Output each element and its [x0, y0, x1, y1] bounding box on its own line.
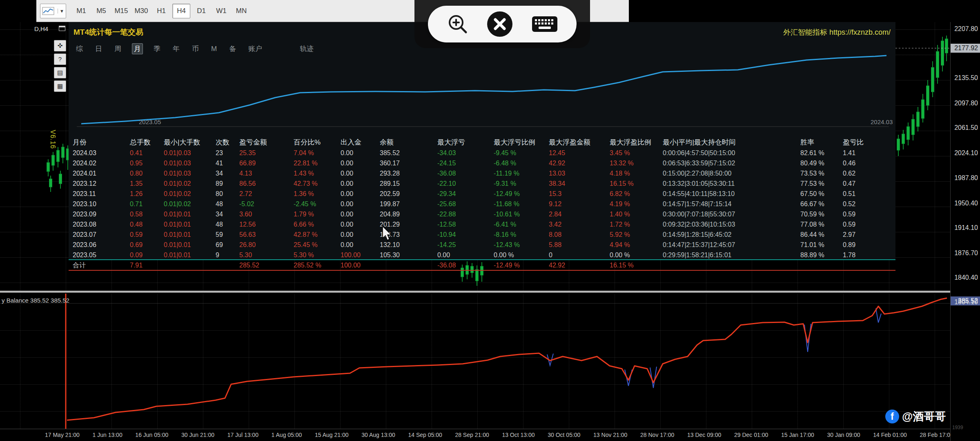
cell: 0.00 [341, 229, 380, 240]
total-cell: -36.08 [437, 261, 494, 270]
time-axis-labels: 17 May 21:001 Jun 13:0016 Jun 05:0030 Ju… [45, 432, 953, 438]
chart-list-button[interactable]: ▤ [54, 67, 66, 78]
timeframe-H1[interactable]: H1 [152, 4, 170, 18]
cell: 9 [216, 250, 239, 260]
time-label: 15 Aug 21:00 [315, 432, 349, 438]
time-label: 17 May 21:00 [45, 432, 80, 438]
cell: -6.41 % [494, 219, 549, 229]
time-label: 30 Jun 21:00 [181, 432, 214, 438]
total-cell: 285.52 % [294, 261, 341, 270]
timeframe-H4[interactable]: H4 [172, 4, 190, 18]
cell: 0.00 [341, 148, 380, 158]
price-label-2135.50: 2135.50 [954, 74, 978, 82]
time-axis[interactable]: 17 May 21:001 Jun 13:0016 Jun 05:0030 Ju… [0, 429, 950, 441]
cell: 4.94 % [610, 240, 663, 250]
window-restore-icon[interactable] [59, 26, 65, 31]
total-cell [663, 261, 800, 270]
cell: 0:06:53|6:33:59|57:15:02 [663, 158, 800, 168]
move-tool-button[interactable]: ✜ [54, 40, 66, 51]
cell: 26.80 [239, 240, 294, 250]
zoom-in-button[interactable] [447, 13, 469, 35]
cell: 0.46 [843, 158, 893, 168]
cell: 3.45 % [610, 148, 663, 158]
balance-subwindow[interactable]: y Balance 385.52 385.52 [0, 294, 950, 429]
cell: 202.59 [380, 189, 437, 199]
cell: 0.47 [843, 178, 893, 189]
cell: 100.00 [341, 250, 380, 260]
time-label: 28 Nov 17:00 [640, 432, 674, 438]
keyboard-button[interactable] [531, 15, 558, 33]
monthly-stats-table: 月份总手数最小|大手数次数盈亏金额百分比%出入金余额最大浮亏最大浮亏比例最大浮盈… [73, 137, 893, 260]
cell: 1.78 [843, 250, 893, 260]
cell: 204.89 [380, 209, 437, 219]
total-cell [380, 261, 437, 270]
timeframe-M15[interactable]: M15 [112, 4, 130, 18]
cell: 1.43 % [294, 168, 341, 178]
cell: -22.88 [437, 209, 494, 219]
cell: 0.00 % [494, 250, 549, 260]
timeframe-D1[interactable]: D1 [192, 4, 210, 18]
cell: 80.49 % [800, 158, 843, 168]
keyboard-icon [531, 15, 558, 33]
total-cell: 42.92 [549, 261, 610, 270]
cell: 0:14:59|1:28:15|6:45:02 [663, 229, 800, 240]
facebook-icon: f [885, 410, 899, 423]
time-label: 14 Feb 01:00 [873, 432, 907, 438]
help-button[interactable]: ? [54, 53, 66, 65]
cell: 59 [216, 229, 239, 240]
cell: 0 [549, 250, 610, 260]
time-label: 1 Aug 05:00 [272, 432, 302, 438]
stats-panel-title: MT4统计每一笔交易 [74, 27, 143, 38]
chart-type-icon [42, 7, 54, 15]
timeframe-MN[interactable]: MN [232, 4, 250, 18]
cell: -11.68 % [494, 199, 549, 209]
cell: 0.48 [130, 219, 164, 229]
cell: 0.62 [843, 168, 893, 178]
crossed-tools-icon [487, 11, 512, 37]
time-label: 30 Oct 05:00 [548, 432, 580, 438]
price-label-2024.10: 2024.10 [954, 149, 978, 157]
table-row-2024.01: 2024.010.800.01|0.03344.131.43 %0.00293.… [73, 168, 893, 178]
timeframe-M1[interactable]: M1 [72, 4, 90, 18]
cell: 4.19 % [610, 199, 663, 209]
price-axis[interactable]: 2177.92 385.52 2207.802135.502097.802061… [950, 22, 980, 441]
cell: 22.81 % [294, 158, 341, 168]
chart-type-dropdown[interactable]: ▼ [40, 4, 66, 18]
col-header-0: 月份 [73, 137, 130, 148]
cell: 0.00 [341, 158, 380, 168]
tools-button[interactable] [487, 11, 512, 37]
cell: 13.32 % [610, 158, 663, 168]
equity-curve-chart [69, 49, 895, 131]
cell: 199.87 [380, 199, 437, 209]
table-body: 2024.030.410.01|0.032325.357.04 %0.00385… [73, 148, 893, 260]
cell: 34 [216, 209, 239, 219]
cell: 2023.11 [73, 189, 130, 199]
cell: 0.09 [130, 250, 164, 260]
cell: 2023.10 [73, 199, 130, 209]
table-row-2023.05: 2023.050.090.01|0.0195.305.30 %100.00105… [73, 250, 893, 260]
cell: 0.58 [130, 209, 164, 219]
timeframe-M30[interactable]: M30 [132, 4, 150, 18]
cell: 0.41 [130, 148, 164, 158]
cell: -8.16 % [494, 229, 549, 240]
cell: 2023.06 [73, 240, 130, 250]
cell: 86.56 [239, 178, 294, 189]
cell: 2024.03 [73, 148, 130, 158]
chart-window-button[interactable]: ▦ [54, 80, 66, 92]
window-splitter[interactable] [0, 291, 950, 293]
equity-end-date: 2024.03 [871, 118, 893, 125]
timeframe-M5[interactable]: M5 [92, 4, 110, 18]
table-row-2024.03: 2024.030.410.01|0.032325.357.04 %0.00385… [73, 148, 893, 158]
price-label-2061.50: 2061.50 [954, 124, 978, 131]
timeframe-W1[interactable]: W1 [212, 4, 230, 18]
cell: 41 [216, 158, 239, 168]
cell: -12.58 [437, 219, 494, 229]
cell: 4.18 % [610, 168, 663, 178]
brand-link[interactable]: 外汇智能指标 https://fxznzb.com/ [783, 27, 891, 37]
total-cell: -12.49 % [494, 261, 549, 270]
cell: 0.00 [341, 240, 380, 250]
total-cell: 16.15 % [610, 261, 663, 270]
cell: 67.50 % [800, 189, 843, 199]
cell: 0.00 % [610, 250, 663, 260]
cell: 86.44 % [800, 229, 843, 240]
